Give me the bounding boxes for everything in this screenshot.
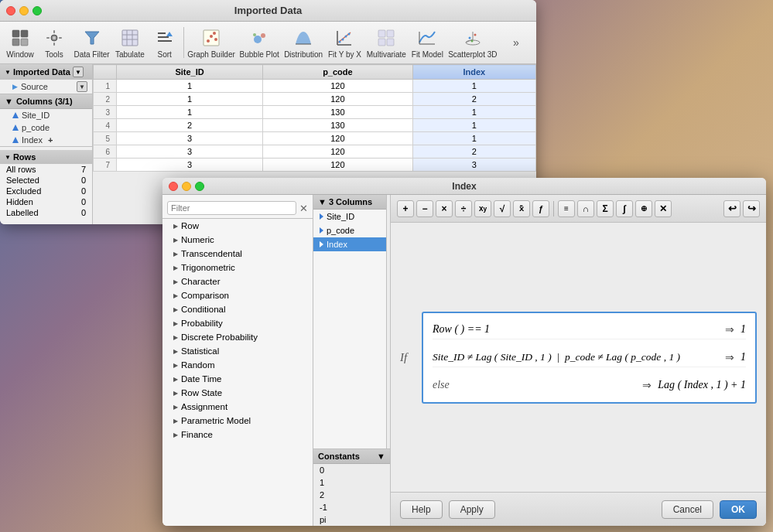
column-panel-p-code[interactable]: p_code	[313, 223, 386, 237]
formula-btn-divide[interactable]: ÷	[455, 200, 472, 217]
toolbar-item-fit-y-by-x[interactable]: Fit Y by X	[325, 24, 364, 62]
formula-btn-undo[interactable]: ↩	[723, 200, 741, 217]
function-filter-input[interactable]	[167, 201, 296, 215]
formula-box[interactable]: Row ( ) == 1 ⇒ 1 Site_ID ≠ Lag ( Site_ID…	[422, 312, 757, 404]
cell-siteid-4[interactable]: 2	[117, 119, 263, 132]
toolbar-item-distribution[interactable]: Distribution	[282, 24, 325, 62]
cell-siteid-7[interactable]: 3	[117, 159, 263, 172]
constant-neg1[interactable]: -1	[313, 501, 390, 513]
function-item-trigonometric[interactable]: ▶ Trigonometric	[162, 261, 313, 275]
imported-data-header[interactable]: ▼ Imported Data ▼	[0, 64, 92, 80]
formula-btn-power[interactable]: xy	[474, 200, 491, 217]
header-p-code[interactable]: p_code	[263, 65, 412, 80]
toolbar-item-graph-builder[interactable]: Graph Builder	[186, 24, 238, 62]
function-item-conditional[interactable]: ▶ Conditional	[162, 302, 313, 316]
formula-btn-func[interactable]: ƒ	[532, 200, 549, 217]
formula-btn-xor[interactable]: ⊕	[635, 200, 652, 217]
formula-expression[interactable]: If Row ( ) == 1 ⇒ 1	[391, 223, 766, 492]
ok-button[interactable]: OK	[720, 500, 757, 519]
function-item-character[interactable]: ▶ Character	[162, 275, 313, 288]
formula-btn-eq[interactable]: ≡	[558, 200, 575, 217]
formula-btn-sqrt[interactable]: √	[494, 200, 511, 217]
formula-btn-redo[interactable]: ↪	[743, 200, 760, 217]
imported-data-dropdown[interactable]: ▼	[73, 66, 84, 77]
source-item[interactable]: ▶ Source ▼	[0, 80, 92, 94]
formula-btn-clear[interactable]: ✕	[655, 200, 672, 217]
cell-pcode-6[interactable]: 120	[263, 145, 412, 159]
function-item-row[interactable]: ▶ Row	[162, 219, 313, 233]
constant-2[interactable]: 2	[313, 489, 390, 501]
cell-index-5[interactable]: 1	[412, 132, 535, 145]
cell-siteid-6[interactable]: 3	[117, 145, 263, 159]
cell-index-2[interactable]: 2	[412, 93, 535, 106]
formula-btn-intersect[interactable]: ∩	[577, 200, 594, 217]
cell-index-3[interactable]: 1	[412, 106, 535, 119]
columns-header[interactable]: ▼ Columns (3/1)	[0, 94, 92, 109]
formula-btn-integral[interactable]: ∫	[616, 200, 633, 217]
function-item-random[interactable]: ▶ Random	[162, 358, 313, 372]
function-item-assignment[interactable]: ▶ Assignment	[162, 400, 313, 414]
cell-siteid-5[interactable]: 3	[117, 132, 263, 145]
function-item-probability[interactable]: ▶ Probability	[162, 316, 313, 330]
cell-siteid-3[interactable]: 1	[117, 106, 263, 119]
function-item-row-state[interactable]: ▶ Row State	[162, 386, 313, 400]
formula-btn-add[interactable]: +	[397, 200, 414, 217]
cell-siteid-1[interactable]: 1	[117, 80, 263, 93]
maximize-button[interactable]	[32, 6, 42, 15]
function-item-finance[interactable]: ▶ Finance	[162, 428, 313, 442]
cell-index-7[interactable]: 3	[412, 159, 535, 172]
cell-pcode-7[interactable]: 120	[263, 159, 412, 172]
function-item-transcendental[interactable]: ▶ Transcendental	[162, 247, 313, 261]
close-button[interactable]	[6, 6, 15, 15]
filter-clear-icon[interactable]: ✕	[299, 203, 308, 214]
rows-header[interactable]: ▼ Rows	[0, 150, 92, 164]
minimize-button[interactable]	[19, 6, 29, 15]
cell-siteid-2[interactable]: 1	[117, 93, 263, 106]
toolbar-item-scatterplot-3d[interactable]: Scatterplot 3D	[446, 24, 499, 62]
cell-pcode-1[interactable]: 120	[263, 80, 412, 93]
apply-button[interactable]: Apply	[449, 500, 495, 519]
constants-header[interactable]: Constants ▼	[313, 449, 390, 464]
cell-pcode-2[interactable]: 120	[263, 93, 412, 106]
toolbar-item-sort[interactable]: Sort	[148, 24, 182, 62]
column-site-id[interactable]: Site_ID	[0, 109, 92, 121]
toolbar-item-tabulate[interactable]: Tabulate	[112, 24, 148, 62]
function-item-numeric[interactable]: ▶ Numeric	[162, 233, 313, 247]
dialog-maximize-button[interactable]	[195, 182, 204, 191]
column-index[interactable]: Index +	[0, 134, 92, 146]
cell-index-1[interactable]: 1	[412, 80, 535, 93]
formula-btn-sum[interactable]: Σ	[597, 200, 614, 217]
dialog-close-button[interactable]	[169, 182, 178, 191]
toolbar-item-window[interactable]: Window	[3, 24, 37, 62]
toolbar-overflow[interactable]: »	[499, 33, 533, 52]
cell-pcode-5[interactable]: 120	[263, 132, 412, 145]
formula-btn-multiply[interactable]: ×	[436, 200, 453, 217]
toolbar-item-bubble-plot[interactable]: Bubble Plot	[237, 24, 281, 62]
help-button[interactable]: Help	[400, 500, 443, 519]
constant-1[interactable]: 1	[313, 476, 390, 489]
function-item-date-time[interactable]: ▶ Date Time	[162, 372, 313, 386]
cancel-button[interactable]: Cancel	[662, 500, 713, 519]
constant-pi[interactable]: pi	[313, 513, 390, 526]
cell-pcode-4[interactable]: 130	[263, 119, 412, 132]
header-index[interactable]: Index	[412, 65, 535, 80]
toolbar-item-multivariate[interactable]: Multivariate	[364, 24, 409, 62]
function-item-comparison[interactable]: ▶ Comparison	[162, 288, 313, 302]
formula-btn-mean[interactable]: x̄	[513, 200, 530, 217]
header-site-id[interactable]: Site_ID	[117, 65, 263, 80]
dialog-minimize-button[interactable]	[182, 182, 191, 191]
source-dropdown[interactable]: ▼	[77, 81, 87, 92]
cell-index-4[interactable]: 1	[412, 119, 535, 132]
column-panel-site-id[interactable]: Site_ID	[313, 210, 386, 223]
function-item-parametric-model[interactable]: ▶ Parametric Model	[162, 414, 313, 428]
formula-btn-subtract[interactable]: −	[416, 200, 433, 217]
cell-index-6[interactable]: 2	[412, 145, 535, 159]
column-p-code[interactable]: p_code	[0, 121, 92, 134]
toolbar-item-tools[interactable]: Tools	[37, 24, 71, 62]
cell-pcode-3[interactable]: 130	[263, 106, 412, 119]
toolbar-item-data-filter[interactable]: Data Filter	[71, 24, 112, 62]
toolbar-item-fit-model[interactable]: Fit Model	[409, 24, 446, 62]
constant-0[interactable]: 0	[313, 464, 390, 476]
column-panel-index[interactable]: Index	[313, 237, 386, 251]
function-item-statistical[interactable]: ▶ Statistical	[162, 344, 313, 358]
